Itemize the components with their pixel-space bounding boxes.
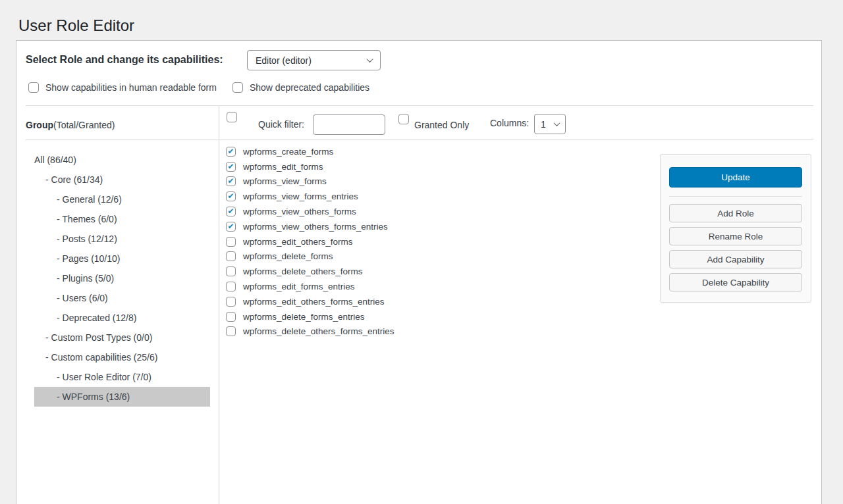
group-tree-item-label: - General (12/6) [57,194,122,205]
group-tree-item-label: - Themes (6/0) [57,214,117,224]
capability-row: wpforms_create_forms [226,144,394,159]
group-tree: All (86/40) - Core (61/34) - General (12… [34,150,210,407]
columns-select-value: 1 [541,119,546,130]
capability-checkbox[interactable] [226,176,236,186]
capability-label: wpforms_edit_forms [243,162,323,172]
capability-row: wpforms_delete_forms [226,249,394,265]
group-tree-item[interactable]: - Deprecated (12/8) [34,308,210,328]
capability-label: wpforms_delete_others_forms_entries [243,326,394,336]
group-tree-item[interactable]: - Custom capabilities (25/6) [34,347,210,367]
capability-row: wpforms_delete_others_forms [226,264,394,279]
capability-checkbox[interactable] [226,237,236,247]
granted-only-label: Granted Only [414,120,469,130]
page-title: User Role Editor [18,16,134,36]
capability-checkbox[interactable] [226,207,236,216]
capability-label: wpforms_view_forms_entries [243,191,358,201]
group-tree-item-label: - Users (6/0) [57,293,108,303]
chevron-down-icon [367,56,373,63]
capability-row: wpforms_view_others_forms [226,204,394,219]
capability-label: wpforms_delete_forms [243,251,333,261]
divider [669,196,802,197]
group-tree-item[interactable]: - Core (61/34) [34,170,210,189]
quick-filter-label: Quick filter: [258,119,304,130]
quick-filter-input[interactable] [313,114,385,135]
capability-row: wpforms_edit_forms_entries [226,279,394,294]
group-tree-item-label: - WPForms (13/6) [57,391,130,402]
capability-label: wpforms_view_others_forms [243,207,356,216]
capability-row: wpforms_delete_others_forms_entries [226,324,394,340]
group-tree-item[interactable]: - Posts (12/12) [34,229,210,249]
add-role-button[interactable]: Add Role [669,204,802,222]
add-capability-button[interactable]: Add Capability [669,250,802,268]
capability-checkbox[interactable] [226,266,236,276]
capability-checkbox[interactable] [226,162,236,172]
capability-checkbox[interactable] [226,251,236,261]
chevron-down-icon [554,120,560,126]
capability-label: wpforms_delete_others_forms [243,266,363,276]
user-role-editor-panel: Select Role and change its capabilities:… [16,40,822,504]
capability-row: wpforms_view_forms_entries [226,189,394,204]
capability-row: wpforms_view_forms [226,174,394,189]
group-tree-item-label: - User Role Editor (7/0) [57,372,151,382]
granted-only-checkbox[interactable] [398,114,409,124]
group-tree-item-label: - Core (61/34) [45,174,103,185]
capability-label: wpforms_edit_forms_entries [243,282,355,291]
capability-checkbox[interactable] [226,312,236,322]
capability-label: wpforms_view_forms [243,176,327,186]
group-tree-item-label: - Posts (12/12) [57,234,117,244]
group-tree-item[interactable]: - Plugins (5/0) [34,268,210,288]
divider [26,139,813,140]
select-all-checkbox[interactable] [227,112,237,122]
capability-row: wpforms_delete_forms_entries [226,309,394,324]
capability-label: wpforms_create_forms [243,147,333,157]
columns-select[interactable]: 1 [534,114,566,134]
group-header: Group (Total/Granted) [26,115,115,135]
group-tree-item[interactable]: - Users (6/0) [34,288,210,308]
display-options-row: Show capabilities in human readable form… [28,82,369,93]
capabilities-list: wpforms_create_forms wpforms_edit_forms … [226,144,394,339]
capability-checkbox[interactable] [226,191,236,201]
actions-panel: Update Add Role Rename Role Add Capabili… [660,154,811,303]
group-tree-item[interactable]: - User Role Editor (7/0) [34,367,210,387]
human-readable-checkbox[interactable] [28,82,39,93]
role-select-label: Select Role and change its capabilities: [26,54,223,66]
human-readable-label: Show capabilities in human readable form [45,82,217,93]
group-tree-item-label: - Plugins (5/0) [57,273,114,284]
capability-checkbox[interactable] [226,297,236,307]
group-tree-item[interactable]: - Themes (6/0) [34,209,210,229]
deprecated-checkbox[interactable] [232,82,243,93]
capability-row: wpforms_edit_others_forms_entries [226,294,394,309]
update-button[interactable]: Update [669,167,802,188]
capability-label: wpforms_edit_others_forms [243,237,353,247]
capability-checkbox[interactable] [226,282,236,291]
group-tree-item-label: - Custom capabilities (25/6) [45,352,157,363]
delete-capability-button[interactable]: Delete Capability [669,273,802,291]
sidebar-divider [219,106,219,504]
group-tree-item-label: - Custom Post Types (0/0) [45,332,152,343]
columns-label: Columns: [490,118,529,128]
role-select-value: Editor (editor) [256,55,312,66]
capability-label: wpforms_delete_forms_entries [243,312,365,322]
group-tree-item[interactable]: - Custom Post Types (0/0) [34,328,210,347]
divider [26,105,813,106]
group-tree-item-label: - Pages (10/10) [57,253,121,264]
role-select[interactable]: Editor (editor) [247,50,381,70]
capability-label: wpforms_edit_others_forms_entries [243,297,385,307]
group-tree-item[interactable]: - WPForms (13/6) [34,387,210,407]
capability-checkbox[interactable] [226,326,236,336]
group-tree-item[interactable]: - Pages (10/10) [34,249,210,268]
deprecated-label: Show deprecated capabilities [250,82,369,93]
group-tree-item-label: All (86/40) [34,155,76,165]
group-tree-item[interactable]: All (86/40) [34,150,210,170]
capability-checkbox[interactable] [226,222,236,232]
capability-label: wpforms_view_others_forms_entries [243,222,388,232]
capability-row: wpforms_view_others_forms_entries [226,219,394,234]
capability-checkbox[interactable] [226,147,236,157]
group-tree-item[interactable]: - General (12/6) [34,189,210,209]
group-tree-item-label: - Deprecated (12/8) [57,313,136,323]
rename-role-button[interactable]: Rename Role [669,227,802,245]
capability-row: wpforms_edit_others_forms [226,234,394,249]
capability-row: wpforms_edit_forms [226,159,394,174]
